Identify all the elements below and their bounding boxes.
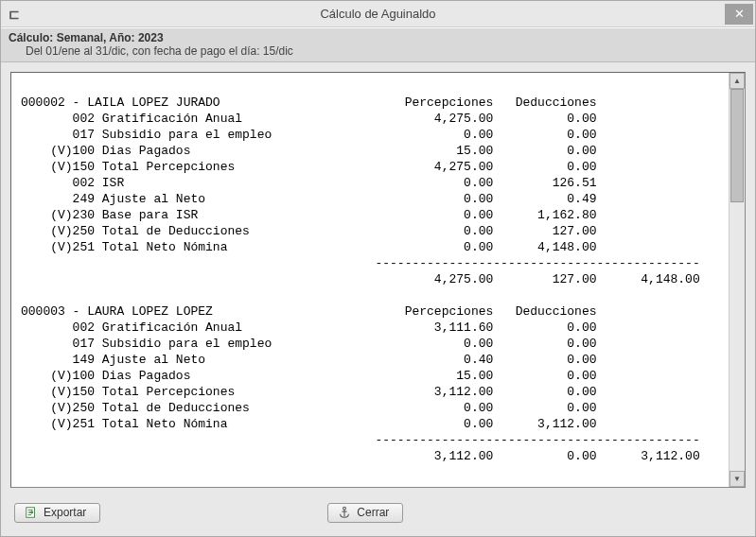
svg-point-1 (343, 507, 346, 510)
report-text: 000002 - LAILA LOPEZ JURADO Percepciones… (11, 73, 729, 487)
window-title: Cálculo de Aguinaldo (0, 7, 756, 21)
app-window: ⊏ Cálculo de Aguinaldo ✕ Cálculo: Semana… (0, 0, 756, 537)
scroll-thumb[interactable] (730, 89, 744, 202)
header-line2: Del 01/ene al 31/dic, con fecha de pago … (9, 44, 747, 58)
header-bar: Cálculo: Semanal, Año: 2023 Del 01/ene a… (1, 27, 755, 62)
footer: Exportar Cerrar (1, 497, 755, 536)
vertical-scrollbar[interactable]: ▲ ▼ (729, 73, 745, 487)
close-button-label: Cerrar (357, 506, 389, 519)
scroll-up-button[interactable]: ▲ (730, 73, 745, 89)
close-button[interactable]: Cerrar (327, 503, 403, 523)
export-button[interactable]: Exportar (14, 503, 100, 523)
scroll-track[interactable] (730, 89, 745, 471)
export-button-label: Exportar (44, 506, 86, 519)
scroll-down-button[interactable]: ▼ (730, 471, 745, 487)
titlebar: ⊏ Cálculo de Aguinaldo ✕ (1, 1, 755, 27)
anchor-icon (338, 506, 351, 519)
close-icon: ✕ (734, 7, 745, 21)
app-icon: ⊏ (9, 7, 24, 22)
header-line1: Cálculo: Semanal, Año: 2023 (9, 31, 747, 44)
report-area: 000002 - LAILA LOPEZ JURADO Percepciones… (10, 72, 746, 488)
export-icon (25, 506, 38, 519)
close-window-button[interactable]: ✕ (725, 4, 753, 25)
